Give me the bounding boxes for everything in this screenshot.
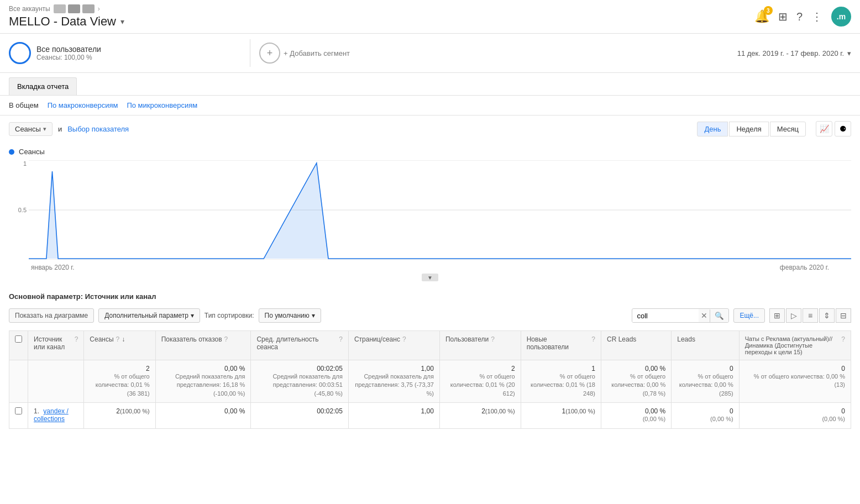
row1-cr-leads-cell: 0,00 % (0,00 %)	[601, 403, 671, 428]
chart-plot	[29, 160, 851, 261]
search-submit-button[interactable]: 🔍	[710, 309, 728, 322]
chart-scroll-icon: ▼	[427, 275, 433, 281]
sub-tab-micro[interactable]: По микроконверсиям	[127, 101, 197, 109]
metric-dropdown-icon: ▾	[43, 125, 46, 133]
search-box: ✕ 🔍	[632, 308, 729, 323]
bc-color-2	[68, 4, 80, 13]
search-input[interactable]	[632, 309, 699, 322]
th-sessions-sort-icon[interactable]: ↓	[122, 335, 125, 343]
x-label-feb: февраль 2020 г.	[780, 264, 829, 271]
row1-bounce-cell: 0,00 %	[155, 403, 251, 428]
table-total-row: 2 % от общего количества: 0,01 % (36 381…	[9, 360, 851, 403]
sort-type-value: По умолчанию	[265, 312, 310, 319]
date-range-selector[interactable]: 11 дек. 2019 г. - 17 февр. 2020 г. ▾	[737, 49, 851, 57]
th-sessions-help-icon[interactable]: ?	[116, 335, 120, 343]
th-source-help-icon[interactable]: ?	[75, 335, 78, 343]
th-source: Источник или канал ?	[28, 331, 84, 360]
bell-button[interactable]: 🔔 3	[754, 9, 769, 24]
total-source-cell	[28, 360, 84, 403]
th-bounce: Показатель отказов ?	[155, 331, 251, 360]
th-bounce-label: Показатель отказов	[161, 335, 222, 343]
sub-tab-macro[interactable]: По макроконверсиям	[48, 101, 118, 109]
table-view-buttons: ⊞ ▷ ≡ ⇕ ⊟	[769, 308, 851, 323]
avatar[interactable]: .m	[831, 7, 851, 27]
legend-dot-icon	[9, 149, 14, 155]
line-chart-button[interactable]: 📈	[816, 121, 832, 136]
grid-icon[interactable]: ⊞	[778, 10, 788, 23]
report-tab-bar: Вкладка отчета	[0, 73, 860, 96]
extra-param-label: Дополнительный параметр	[104, 312, 188, 319]
row1-leads-cell: 0 (0,00 %)	[672, 403, 739, 428]
chart-scroll: ▼	[9, 274, 851, 281]
primary-param-value: Источник или канал	[85, 292, 156, 301]
table-header-row: Источник или канал ? Сеансы ? ↓ Показате…	[9, 331, 851, 360]
help-icon[interactable]: ?	[796, 11, 803, 23]
view-month-button[interactable]: Месяц	[770, 122, 806, 136]
th-pages: Страниц/сеанс ?	[348, 331, 439, 360]
extra-param-button[interactable]: Дополнительный параметр ▾	[98, 308, 200, 323]
table-section: Основной параметр: Источник или канал По…	[0, 292, 860, 429]
view-week-button[interactable]: Неделя	[729, 122, 768, 136]
table-view-cols-button[interactable]: ⊟	[836, 308, 851, 323]
chart-scroll-button[interactable]: ▼	[422, 274, 438, 281]
th-pages-label: Страниц/сеанс	[354, 335, 400, 343]
show-chart-button[interactable]: Показать на диаграмме	[9, 308, 94, 323]
bell-badge: 3	[764, 6, 773, 15]
select-metric-button[interactable]: Выбор показателя	[67, 125, 129, 133]
select-all-checkbox[interactable]	[15, 335, 22, 343]
chart-legend: Сеансы	[9, 148, 851, 156]
header: Все аккаунты › MELLO - Data View ▾ 🔔 3 ⊞…	[0, 0, 860, 34]
table-view-right-button[interactable]: ▷	[786, 308, 801, 323]
row1-checkbox[interactable]	[15, 407, 22, 414]
table-view-grid-button[interactable]: ⊞	[769, 308, 785, 323]
row1-duration-cell: 00:02:05	[251, 403, 348, 428]
chart-type-buttons: 📈 ⚈	[816, 121, 851, 136]
search-clear-button[interactable]: ✕	[699, 309, 710, 322]
scatter-chart-button[interactable]: ⚈	[835, 121, 851, 136]
th-new-users-label: Новые пользователи	[527, 335, 590, 351]
row1-sessions-cell: 2(100,00 %)	[84, 403, 155, 428]
segment-all-users[interactable]: Все пользователи Сеансы: 100,00 %	[9, 42, 241, 64]
bc-color-3	[82, 4, 95, 13]
breadcrumb: Все аккаунты ›	[9, 4, 124, 13]
table-view-split-button[interactable]: ⇕	[819, 308, 835, 323]
view-day-button[interactable]: День	[697, 122, 728, 136]
add-segment-button[interactable]: + + Добавить сегмент	[259, 43, 737, 64]
th-chats: Чаты с Реклама (актуальный)// Динамика (…	[739, 331, 851, 360]
th-new-users-help-icon[interactable]: ?	[591, 335, 595, 343]
extra-param-dropdown-icon: ▾	[191, 312, 194, 319]
more-options-icon[interactable]: ⋮	[811, 10, 822, 23]
th-bounce-help-icon[interactable]: ?	[224, 335, 228, 343]
chart-container: 1 0.5 0	[9, 160, 851, 261]
more-button[interactable]: Ещё...	[733, 308, 765, 323]
th-source-label: Источник или канал	[34, 335, 72, 351]
chart-svg	[29, 160, 851, 260]
th-chats-help-icon[interactable]: ?	[841, 335, 845, 343]
row1-checkbox-cell	[9, 403, 28, 428]
sort-type-button[interactable]: По умолчанию ▾	[259, 308, 321, 323]
th-leads: Leads	[672, 331, 739, 360]
sub-tab-general[interactable]: В общем	[9, 101, 39, 109]
header-left: Все аккаунты › MELLO - Data View ▾	[9, 4, 124, 29]
segment-circle-icon	[9, 42, 31, 64]
segment-divider	[250, 39, 250, 67]
metric-selector-button[interactable]: Сеансы ▾	[9, 122, 53, 136]
report-tab-button[interactable]: Вкладка отчета	[9, 77, 77, 95]
th-users-help-icon[interactable]: ?	[491, 335, 495, 343]
segment-name: Все пользователи	[36, 45, 101, 54]
row1-users-cell: 2(100,00 %)	[439, 403, 521, 428]
table-toolbar: Показать на диаграмме Дополнительный пар…	[9, 305, 851, 326]
title-row: MELLO - Data View ▾	[9, 14, 124, 29]
row1-num: 1.	[34, 407, 39, 415]
table-view-list-button[interactable]: ≡	[803, 308, 818, 323]
th-chats-label: Чаты с Реклама (актуальный)// Динамика (…	[745, 335, 840, 355]
title-dropdown-icon[interactable]: ▾	[120, 17, 124, 26]
y-label-05: 0.5	[18, 207, 27, 213]
legend-label: Сеансы	[19, 148, 45, 156]
th-duration-help-icon[interactable]: ?	[339, 335, 343, 343]
th-pages-help-icon[interactable]: ?	[402, 335, 406, 343]
total-leads-cell: 0 % от общего количества: 0,00 % (285)	[672, 360, 739, 403]
total-duration-cell: 00:02:05 Средний показатель для представ…	[251, 360, 348, 403]
segment-info: Все пользователи Сеансы: 100,00 %	[36, 45, 101, 61]
date-range-dropdown-icon: ▾	[847, 49, 851, 57]
